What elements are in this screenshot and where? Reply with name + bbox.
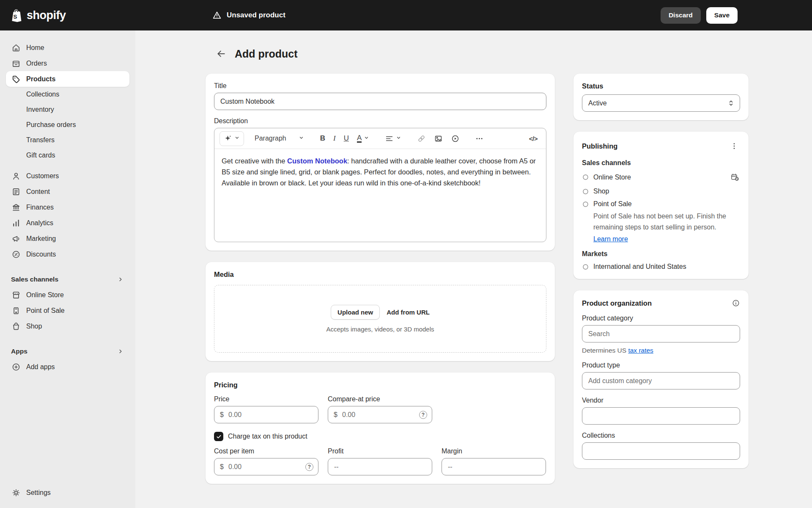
shopify-logo[interactable]: S shopify: [0, 8, 66, 23]
ai-magic-button[interactable]: [219, 131, 244, 146]
sidebar-item-analytics[interactable]: Analytics: [6, 215, 129, 231]
product-category-input[interactable]: [582, 325, 740, 342]
italic-button[interactable]: I: [330, 131, 339, 146]
tax-rates-link[interactable]: tax rates: [628, 347, 653, 354]
upload-new-button[interactable]: Upload new: [331, 305, 380, 320]
price-input[interactable]: [214, 406, 318, 423]
sidebar-item-home[interactable]: Home: [6, 40, 129, 55]
markets-value: International and United States: [593, 263, 686, 271]
sidebar: Home Orders Products Collections Invento…: [0, 30, 135, 508]
underline-button[interactable]: U: [340, 131, 352, 146]
sidebar-item-label: Products: [26, 75, 55, 83]
publishing-card: Publishing Sales channels Online Store: [573, 132, 749, 279]
text-color-button[interactable]: A: [354, 131, 373, 146]
sidebar-item-add-apps[interactable]: Add apps: [6, 359, 129, 375]
profit-input[interactable]: [328, 458, 432, 475]
compare-at-price-input[interactable]: [328, 406, 432, 423]
bold-button[interactable]: B: [317, 131, 329, 146]
chevron-down-icon: [363, 135, 370, 141]
checkbox-checked-icon[interactable]: [214, 432, 223, 441]
sparkle-icon: [223, 134, 232, 143]
back-button[interactable]: [214, 47, 228, 61]
paragraph-style-button[interactable]: Paragraph: [250, 131, 309, 146]
code-glyph: </>: [529, 135, 538, 142]
help-icon[interactable]: ?: [419, 411, 427, 419]
media-upload-zone[interactable]: Upload new Add from URL Accepts images, …: [214, 285, 546, 353]
vendor-input[interactable]: [582, 407, 740, 425]
sidebar-item-settings[interactable]: Settings: [6, 485, 129, 500]
title-input[interactable]: [214, 93, 546, 110]
sidebar-item-label: Content: [26, 188, 50, 196]
link-button[interactable]: [414, 131, 429, 146]
plus-circle-icon: [11, 362, 21, 372]
help-icon[interactable]: ?: [305, 463, 313, 471]
sidebar-item-label: Analytics: [26, 219, 53, 227]
product-type-input[interactable]: [582, 372, 740, 389]
cost-per-item-input[interactable]: [214, 458, 318, 475]
sidebar-item-customers[interactable]: Customers: [6, 168, 129, 184]
topbar-actions: Discard Save: [661, 7, 812, 24]
shopify-bag-icon: S: [9, 8, 24, 23]
collections-input[interactable]: [582, 442, 740, 460]
sidebar-item-finances[interactable]: Finances: [6, 199, 129, 215]
add-from-url-button[interactable]: Add from URL: [387, 309, 430, 316]
description-product-link[interactable]: Custom Notebook: [287, 157, 347, 165]
publishing-menu-button[interactable]: [728, 140, 740, 152]
online-store-icon: [11, 290, 21, 300]
sidebar-section-apps[interactable]: Apps: [6, 343, 129, 359]
image-icon: [434, 134, 443, 143]
description-text-area[interactable]: Get creative with the Custom Notebook: h…: [214, 149, 546, 242]
paragraph-style-label: Paragraph: [255, 135, 286, 142]
insert-image-button[interactable]: [431, 131, 446, 146]
sidebar-item-online-store[interactable]: Online Store: [6, 287, 129, 303]
learn-more-link[interactable]: Learn more: [593, 235, 628, 243]
code-view-button[interactable]: </>: [526, 131, 541, 146]
underline-glyph: U: [344, 134, 349, 143]
sidebar-item-label: Customers: [26, 172, 59, 180]
sidebar-item-orders[interactable]: Orders: [6, 55, 129, 71]
channel-label: Shop: [593, 188, 609, 195]
save-button[interactable]: Save: [706, 7, 738, 24]
sidebar-item-shop[interactable]: Shop: [6, 318, 129, 334]
products-icon: [11, 74, 21, 84]
sidebar-item-content[interactable]: Content: [6, 184, 129, 199]
discard-button[interactable]: Discard: [661, 7, 701, 24]
editor-toolbar: Paragraph B I U A: [214, 128, 546, 149]
sidebar-item-label: Gift cards: [26, 152, 55, 159]
back-arrow-icon: [216, 49, 226, 59]
discounts-icon: [11, 249, 21, 260]
status-select[interactable]: Active: [582, 94, 740, 112]
tax-note: Determines US tax rates: [582, 347, 740, 354]
sidebar-item-label: Home: [26, 44, 44, 52]
sidebar-item-inventory[interactable]: Inventory: [6, 102, 129, 117]
select-arrows-icon: [727, 99, 735, 107]
currency-prefix: $: [220, 463, 224, 471]
markets-subhead: Markets: [582, 250, 740, 258]
info-icon[interactable]: [732, 299, 740, 307]
more-options-button[interactable]: [472, 131, 487, 146]
sidebar-item-transfers[interactable]: Transfers: [6, 133, 129, 148]
insert-video-button[interactable]: [447, 131, 463, 146]
sidebar-item-purchase-orders[interactable]: Purchase orders: [6, 117, 129, 133]
profit-label: Profit: [328, 447, 432, 455]
sidebar-item-label: Add apps: [26, 363, 55, 371]
chevron-right-icon: [117, 276, 124, 283]
description-text: Get creative with the: [222, 157, 287, 165]
sidebar-item-collections[interactable]: Collections: [6, 87, 129, 102]
main-content: Add product Title Description Paragraph: [135, 30, 812, 508]
charge-tax-row[interactable]: Charge tax on this product: [214, 432, 546, 441]
sidebar-item-point-of-sale[interactable]: Point of Sale: [6, 303, 129, 318]
channel-shop: Shop: [582, 188, 740, 195]
sidebar-item-products[interactable]: Products: [6, 71, 129, 87]
sidebar-item-gift-cards[interactable]: Gift cards: [6, 148, 129, 163]
pricing-title: Pricing: [214, 381, 546, 389]
sidebar-section-sales-channels[interactable]: Sales channels: [6, 271, 129, 287]
marketing-icon: [11, 234, 21, 244]
italic-glyph: I: [333, 134, 336, 143]
alignment-button[interactable]: [381, 131, 405, 146]
shop-bag-icon: [11, 321, 21, 331]
sidebar-item-discounts[interactable]: Discounts: [6, 246, 129, 262]
schedule-publish-button[interactable]: [730, 172, 740, 182]
margin-input[interactable]: [442, 458, 546, 475]
sidebar-item-marketing[interactable]: Marketing: [6, 231, 129, 246]
